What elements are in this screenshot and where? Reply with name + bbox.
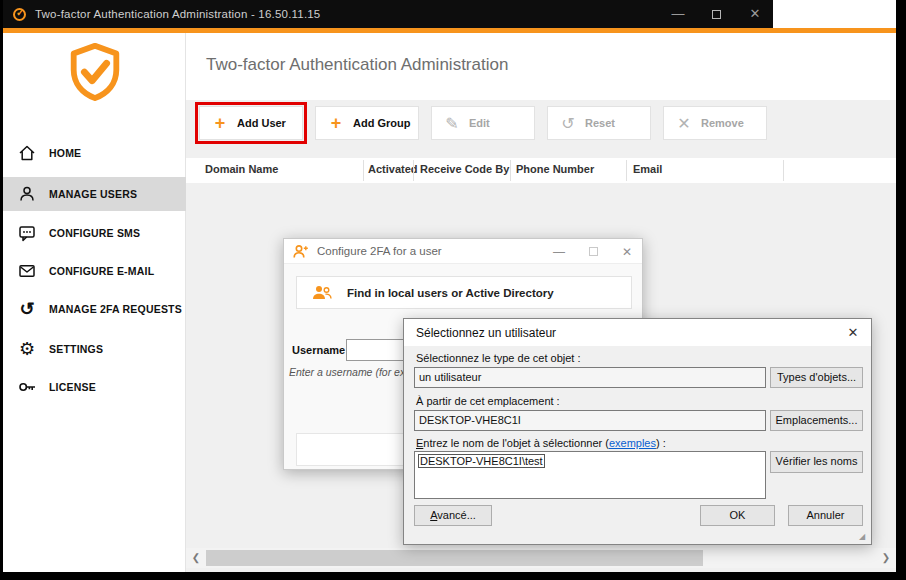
content-header: Two-factor Authentication Administration: [186, 33, 896, 100]
sidebar-item-label: MANAGE 2FA REQUESTS: [49, 303, 182, 315]
sidebar-item-label: CONFIGURE E-MAIL: [49, 265, 154, 277]
sidebar-item-manage-2fa-requests[interactable]: ↺ MANAGE 2FA REQUESTS: [3, 292, 186, 326]
cancel-button[interactable]: Annuler: [788, 505, 863, 526]
object-name-label: Entrez le nom de l'objet à sélectionner …: [416, 437, 666, 449]
object-type-field[interactable]: un utilisateur: [414, 367, 766, 388]
advanced-button[interactable]: Avancé...: [414, 505, 492, 526]
minimize-icon[interactable]: —: [670, 0, 686, 28]
sidebar-item-label: CONFIGURE SMS: [49, 227, 140, 239]
reset-button[interactable]: ↺ Reset: [547, 106, 651, 140]
people-icon: [311, 284, 333, 301]
scrollbar-thumb[interactable]: [206, 550, 703, 566]
resize-grip[interactable]: ◢: [859, 532, 869, 542]
refresh-icon: ↺: [17, 299, 37, 319]
maximize-icon[interactable]: [589, 247, 598, 256]
minimize-icon[interactable]: —: [553, 245, 565, 259]
column-header-domain-name[interactable]: Domain Name: [205, 163, 278, 175]
add-group-button[interactable]: + Add Group: [315, 106, 419, 140]
add-user-button[interactable]: + Add User: [199, 106, 303, 140]
plus-icon: +: [328, 116, 344, 130]
dialog-titlebar: Configure 2FA for a user — ✕: [284, 239, 642, 264]
username-hint: Enter a username (for exam: [289, 366, 420, 378]
check-names-button[interactable]: Vérifier les noms: [770, 451, 863, 473]
shield-logo-icon: [3, 41, 186, 107]
user-plus-icon: [293, 244, 309, 259]
sidebar-item-home[interactable]: HOME: [3, 136, 186, 170]
key-icon: [17, 377, 37, 397]
location-field[interactable]: DESKTOP-VHE8C1I: [414, 410, 766, 431]
titlebar-brand-strip: ✓ Two-factor Authentication Administrati…: [3, 0, 773, 28]
column-header-phone-number[interactable]: Phone Number: [516, 163, 594, 175]
examples-link[interactable]: exemples: [609, 437, 656, 449]
column-header-email[interactable]: Email: [633, 163, 662, 175]
location-label: À partir de cet emplacement :: [416, 395, 560, 407]
column-header-activated[interactable]: Activated: [368, 163, 418, 175]
page-title: Two-factor Authentication Administration: [206, 55, 508, 75]
x-icon: ✕: [676, 114, 692, 133]
screen: { "window": { "title": "Two-factor Authe…: [0, 0, 906, 580]
scroll-right-icon[interactable]: ❯: [878, 548, 894, 568]
sms-icon: [17, 223, 37, 243]
sidebar-item-manage-users[interactable]: MANAGE USERS: [3, 177, 186, 211]
select-user-dialog: Sélectionnez un utilisateur ✕ Sélectionn…: [403, 318, 872, 545]
sidebar-item-label: LICENSE: [49, 381, 96, 393]
window-title: Two-factor Authentication Administration…: [35, 8, 320, 20]
remove-button[interactable]: ✕ Remove: [663, 106, 767, 140]
find-in-directory-button[interactable]: Find in local users or Active Directory: [296, 276, 632, 309]
window-titlebar: ✓ Two-factor Authentication Administrati…: [3, 0, 896, 28]
find-button-label: Find in local users or Active Directory: [347, 287, 554, 299]
dialog-title: Sélectionnez un utilisateur: [416, 326, 556, 340]
plus-icon: +: [212, 116, 228, 130]
sidebar-item-settings[interactable]: ⚙ SETTINGS: [3, 332, 186, 366]
sidebar-item-configure-email[interactable]: CONFIGURE E-MAIL: [3, 254, 186, 288]
email-icon: [17, 261, 37, 281]
column-header-receive-code-by[interactable]: Receive Code By: [420, 163, 509, 175]
close-icon[interactable]: ✕: [843, 323, 863, 343]
scroll-left-icon[interactable]: ❮: [188, 548, 204, 568]
gear-icon: ⚙: [17, 339, 37, 359]
sidebar-item-configure-sms[interactable]: CONFIGURE SMS: [3, 216, 186, 250]
advanced-label: vancé...: [437, 509, 476, 521]
horizontal-scrollbar[interactable]: ❮ ❯: [186, 548, 896, 568]
sidebar-item-label: SETTINGS: [49, 343, 103, 355]
dialog-title: Configure 2FA for a user: [317, 245, 442, 257]
username-label: Username: [292, 344, 345, 356]
object-name-textarea[interactable]: DESKTOP-VHE8C1I\test: [414, 451, 766, 499]
object-type-label: Sélectionnez le type de cet objet :: [416, 352, 581, 364]
reset-icon: ↺: [560, 114, 576, 133]
table-header: Domain Name Activated Receive Code By Ph…: [186, 158, 896, 183]
object-types-button[interactable]: Types d'objets...: [770, 367, 863, 388]
toolbar: + Add User + Add Group ✎ Edit ↺ Reset ✕: [186, 100, 896, 158]
pencil-icon: ✎: [444, 114, 460, 133]
edit-button[interactable]: ✎ Edit: [431, 106, 535, 140]
user-icon: [17, 184, 37, 204]
app-shield-icon: ✓: [13, 8, 26, 21]
sidebar-item-label: HOME: [49, 147, 81, 159]
object-name-value: DESKTOP-VHE8C1I\test: [418, 454, 545, 468]
sidebar-item-label: MANAGE USERS: [49, 188, 137, 200]
dialog-titlebar: Sélectionnez un utilisateur ✕: [404, 319, 871, 346]
maximize-icon[interactable]: [712, 10, 721, 19]
locations-button[interactable]: Emplacements...: [770, 410, 863, 431]
close-icon[interactable]: ✕: [747, 0, 763, 28]
ok-button[interactable]: OK: [700, 505, 775, 526]
home-icon: [17, 143, 37, 163]
close-icon[interactable]: ✕: [622, 245, 632, 259]
sidebar-item-license[interactable]: LICENSE: [3, 370, 186, 404]
sidebar: HOME MANAGE USERS CONFIGURE SMS: [3, 33, 186, 572]
